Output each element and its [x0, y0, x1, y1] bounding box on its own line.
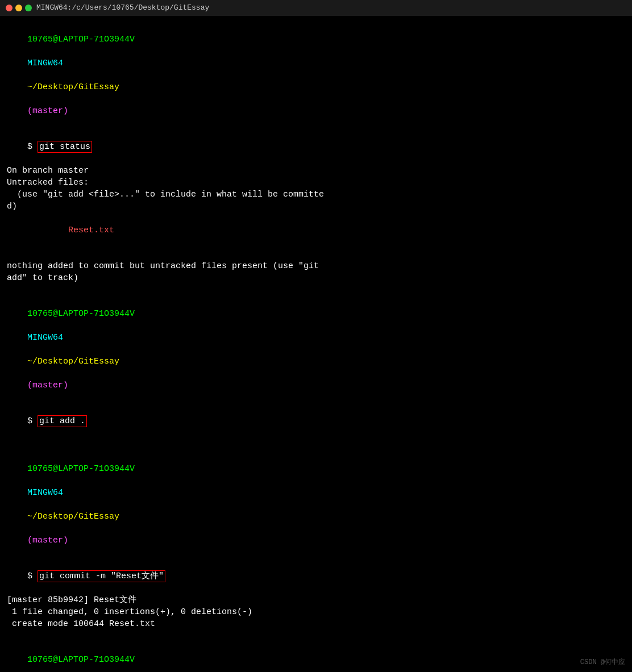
- prompt-line-2: 10765@LAPTOP-71O3944V MINGW64 ~/Desktop/…: [7, 296, 625, 403]
- user-host-4: 10765@LAPTOP-71O3944V: [27, 655, 135, 665]
- branch-1: (master): [27, 106, 68, 116]
- user-host-3: 10765@LAPTOP-71O3944V: [27, 464, 135, 474]
- path-3: ~/Desktop/GitEssay: [27, 512, 119, 521]
- prompt-line-4: 10765@LAPTOP-71O3944V MINGW64 ~/Desktop/…: [7, 642, 625, 672]
- status-out-3: (use "git add <file>..." to include in w…: [7, 189, 625, 201]
- blank-3: [7, 439, 625, 451]
- cmd-commit-line: $ git commit -m "Reset文件": [7, 558, 625, 594]
- untracked-file-line: Reset.txt: [7, 212, 625, 248]
- maximize-button[interactable]: [25, 5, 32, 11]
- prompt-line-3: 10765@LAPTOP-71O3944V MINGW64 ~/Desktop/…: [7, 451, 625, 558]
- shell-1: MINGW64: [27, 59, 63, 68]
- path-2: ~/Desktop/GitEssay: [27, 357, 119, 366]
- git-status-cmd: git status: [38, 141, 92, 153]
- cmd-status-line: $ git status: [7, 129, 625, 165]
- prompt-line-1: 10765@LAPTOP-71O3944V MINGW64 ~/Desktop/…: [7, 22, 625, 129]
- branch-3: (master): [27, 536, 68, 545]
- path-1: ~/Desktop/GitEssay: [27, 82, 119, 92]
- commit-out-2: 1 file changed, 0 insertions(+), 0 delet…: [7, 606, 625, 618]
- untracked-file: Reset.txt: [68, 226, 114, 235]
- minimize-button[interactable]: [15, 5, 22, 11]
- shell-2: MINGW64: [27, 333, 63, 343]
- status-out2-1: nothing added to commit but untracked fi…: [7, 260, 625, 272]
- cmd-add-line: $ git add .: [7, 403, 625, 439]
- blank-1: [7, 248, 625, 260]
- terminal-window: 10765@LAPTOP-71O3944V MINGW64 ~/Desktop/…: [0, 16, 632, 672]
- blank-4: [7, 630, 625, 642]
- commit-out-1: [master 85b9942] Reset文件: [7, 594, 625, 606]
- user-host-2: 10765@LAPTOP-71O3944V: [27, 309, 135, 319]
- window-title: MINGW64:/c/Users/10765/Desktop/GitEssay: [36, 3, 209, 13]
- git-commit-cmd: git commit -m "Reset文件": [38, 570, 165, 582]
- user-host-1: 10765@LAPTOP-71O3944V: [27, 35, 135, 44]
- status-out2-2: add" to track): [7, 272, 625, 284]
- status-out-1: On branch master: [7, 165, 625, 177]
- watermark: CSDN @何中应: [580, 658, 625, 667]
- status-out-4: d): [7, 201, 625, 212]
- blank-2: [7, 284, 625, 296]
- window-controls: [6, 5, 32, 11]
- title-bar: MINGW64:/c/Users/10765/Desktop/GitEssay: [0, 0, 632, 16]
- close-button[interactable]: [6, 5, 13, 11]
- status-out-2: Untracked files:: [7, 177, 625, 189]
- git-add-cmd: git add .: [38, 415, 87, 427]
- branch-2: (master): [27, 381, 68, 390]
- shell-3: MINGW64: [27, 488, 63, 498]
- commit-out-3: create mode 100644 Reset.txt: [7, 618, 625, 630]
